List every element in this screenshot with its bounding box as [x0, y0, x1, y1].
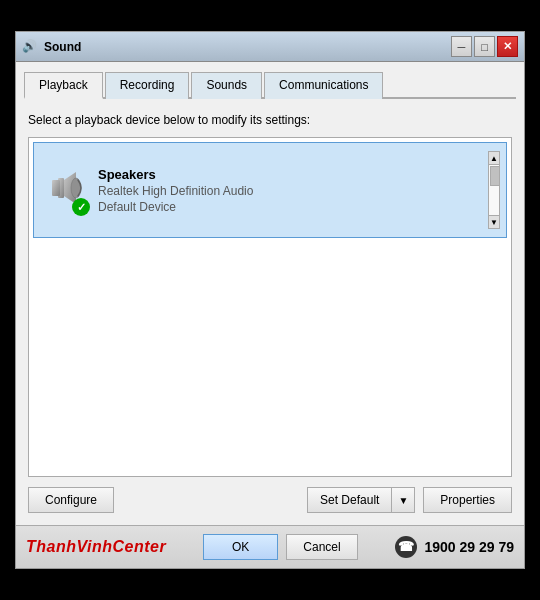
- properties-button[interactable]: Properties: [423, 487, 512, 513]
- tab-recording[interactable]: Recording: [105, 72, 190, 99]
- cancel-button[interactable]: Cancel: [286, 534, 357, 560]
- playback-instruction: Select a playback device below to modify…: [28, 113, 512, 127]
- scroll-thumb[interactable]: [490, 166, 500, 186]
- window-title: Sound: [44, 40, 81, 54]
- brand-label: ThanhVinhCenter: [26, 538, 166, 556]
- minimize-button[interactable]: ─: [451, 36, 472, 57]
- ok-button[interactable]: OK: [203, 534, 278, 560]
- tab-content-playback: Select a playback device below to modify…: [24, 109, 516, 517]
- device-icon-wrap: ✓: [40, 166, 88, 214]
- scroll-down-button[interactable]: ▼: [488, 215, 500, 229]
- scroll-track: [488, 165, 500, 215]
- phone-icon: ☎: [394, 535, 418, 559]
- title-bar-buttons: ─ □ ✕: [451, 36, 518, 57]
- list-scrollbar[interactable]: ▲ ▼: [488, 151, 500, 229]
- tab-sounds[interactable]: Sounds: [191, 72, 262, 99]
- bottom-buttons: Configure Set Default ▼ Properties: [28, 487, 512, 513]
- device-status: Default Device: [98, 200, 253, 214]
- close-button[interactable]: ✕: [497, 36, 518, 57]
- scroll-up-button[interactable]: ▲: [488, 151, 500, 165]
- tab-bar: Playback Recording Sounds Communications: [24, 70, 516, 99]
- phone-number: 1900 29 29 79: [424, 539, 514, 555]
- sound-title-icon: 🔊: [22, 39, 38, 55]
- device-item-speakers[interactable]: ✓ Speakers Realtek High Definition Audio…: [33, 142, 507, 238]
- device-driver: Realtek High Definition Audio: [98, 184, 253, 198]
- tab-communications[interactable]: Communications: [264, 72, 383, 99]
- title-bar: 🔊 Sound ─ □ ✕: [16, 32, 524, 62]
- set-default-button[interactable]: Set Default: [307, 487, 392, 513]
- phone-info: ☎ 1900 29 29 79: [394, 535, 514, 559]
- dialog-buttons: OK Cancel: [203, 534, 358, 560]
- device-list[interactable]: ✓ Speakers Realtek High Definition Audio…: [28, 137, 512, 477]
- configure-button[interactable]: Configure: [28, 487, 114, 513]
- set-default-group: Set Default ▼: [307, 487, 415, 513]
- maximize-button[interactable]: □: [474, 36, 495, 57]
- sound-dialog: 🔊 Sound ─ □ ✕ Playback Recording Sounds …: [15, 31, 525, 569]
- default-check-badge: ✓: [72, 198, 90, 216]
- brand-text: ThanhVinhCenter: [26, 538, 166, 555]
- svg-rect-3: [52, 180, 60, 196]
- window-body: Playback Recording Sounds Communications…: [16, 62, 524, 525]
- right-buttons: Set Default ▼ Properties: [307, 487, 512, 513]
- set-default-dropdown[interactable]: ▼: [392, 487, 415, 513]
- device-name: Speakers: [98, 167, 253, 182]
- footer-bar: ThanhVinhCenter OK Cancel ☎ 1900 29 29 7…: [16, 525, 524, 568]
- svg-text:☎: ☎: [398, 539, 414, 554]
- title-bar-left: 🔊 Sound: [22, 39, 81, 55]
- device-info: Speakers Realtek High Definition Audio D…: [98, 167, 253, 214]
- tab-playback[interactable]: Playback: [24, 72, 103, 99]
